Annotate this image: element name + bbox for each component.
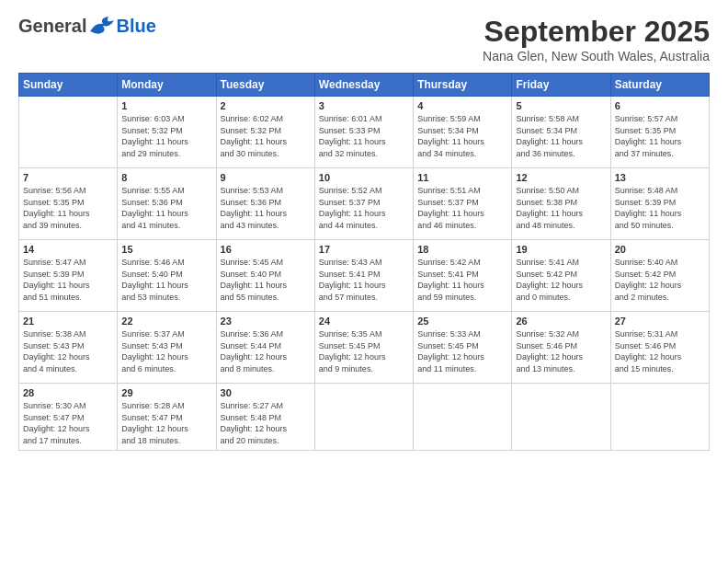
day-cell: 7Sunrise: 5:56 AM Sunset: 5:35 PM Daylig…	[19, 168, 118, 240]
day-info: Sunrise: 5:56 AM Sunset: 5:35 PM Dayligh…	[23, 185, 113, 231]
day-number: 30	[221, 387, 311, 398]
day-number: 23	[221, 316, 311, 327]
day-info: Sunrise: 5:46 AM Sunset: 5:40 PM Dayligh…	[121, 257, 211, 303]
day-cell: 26Sunrise: 5:32 AM Sunset: 5:46 PM Dayli…	[512, 312, 610, 384]
day-cell: 21Sunrise: 5:38 AM Sunset: 5:43 PM Dayli…	[19, 312, 118, 384]
day-number: 18	[417, 244, 507, 255]
day-cell: 22Sunrise: 5:37 AM Sunset: 5:43 PM Dayli…	[118, 312, 216, 384]
day-number: 10	[319, 172, 409, 183]
day-info: Sunrise: 5:57 AM Sunset: 5:35 PM Dayligh…	[615, 113, 705, 159]
week-row-2: 7Sunrise: 5:56 AM Sunset: 5:35 PM Daylig…	[19, 168, 710, 240]
day-cell: 4Sunrise: 5:59 AM Sunset: 5:34 PM Daylig…	[414, 97, 512, 168]
day-cell	[512, 384, 610, 451]
day-info: Sunrise: 5:42 AM Sunset: 5:41 PM Dayligh…	[417, 257, 507, 303]
day-cell	[610, 384, 709, 451]
day-cell: 28Sunrise: 5:30 AM Sunset: 5:47 PM Dayli…	[19, 384, 118, 451]
day-cell: 3Sunrise: 6:01 AM Sunset: 5:33 PM Daylig…	[314, 97, 413, 168]
day-number: 28	[23, 387, 113, 398]
logo-bird-icon	[88, 15, 116, 37]
day-number: 9	[221, 172, 311, 183]
day-number: 11	[417, 172, 507, 183]
day-info: Sunrise: 5:58 AM Sunset: 5:34 PM Dayligh…	[516, 113, 606, 159]
day-cell: 10Sunrise: 5:52 AM Sunset: 5:37 PM Dayli…	[314, 168, 413, 240]
week-row-3: 14Sunrise: 5:47 AM Sunset: 5:39 PM Dayli…	[19, 240, 710, 312]
logo: General Blue	[18, 15, 156, 37]
day-number: 13	[615, 172, 705, 183]
weekday-wednesday: Wednesday	[314, 74, 413, 97]
day-info: Sunrise: 5:41 AM Sunset: 5:42 PM Dayligh…	[516, 257, 606, 303]
day-info: Sunrise: 5:52 AM Sunset: 5:37 PM Dayligh…	[319, 185, 409, 231]
day-cell: 2Sunrise: 6:02 AM Sunset: 5:32 PM Daylig…	[216, 97, 314, 168]
day-number: 3	[319, 100, 409, 111]
day-cell: 13Sunrise: 5:48 AM Sunset: 5:39 PM Dayli…	[610, 168, 709, 240]
weekday-sunday: Sunday	[19, 74, 118, 97]
day-cell: 16Sunrise: 5:45 AM Sunset: 5:40 PM Dayli…	[216, 240, 314, 312]
day-cell: 9Sunrise: 5:53 AM Sunset: 5:36 PM Daylig…	[216, 168, 314, 240]
day-number: 25	[417, 316, 507, 327]
day-info: Sunrise: 5:59 AM Sunset: 5:34 PM Dayligh…	[417, 113, 507, 159]
day-info: Sunrise: 5:48 AM Sunset: 5:39 PM Dayligh…	[615, 185, 705, 231]
day-number: 7	[23, 172, 113, 183]
day-cell: 12Sunrise: 5:50 AM Sunset: 5:38 PM Dayli…	[512, 168, 610, 240]
week-row-5: 28Sunrise: 5:30 AM Sunset: 5:47 PM Dayli…	[19, 384, 710, 451]
weekday-friday: Friday	[512, 74, 610, 97]
day-cell: 25Sunrise: 5:33 AM Sunset: 5:45 PM Dayli…	[414, 312, 512, 384]
calendar-table: SundayMondayTuesdayWednesdayThursdayFrid…	[18, 73, 710, 451]
week-row-1: 1Sunrise: 6:03 AM Sunset: 5:32 PM Daylig…	[19, 97, 710, 168]
day-number: 27	[615, 316, 705, 327]
day-cell	[414, 384, 512, 451]
day-cell: 19Sunrise: 5:41 AM Sunset: 5:42 PM Dayli…	[512, 240, 610, 312]
title-section: September 2025 Nana Glen, New South Wale…	[483, 15, 710, 63]
day-number: 19	[516, 244, 606, 255]
day-number: 17	[319, 244, 409, 255]
day-number: 22	[121, 316, 211, 327]
day-info: Sunrise: 5:53 AM Sunset: 5:36 PM Dayligh…	[221, 185, 311, 231]
day-number: 16	[221, 244, 311, 255]
day-info: Sunrise: 6:01 AM Sunset: 5:33 PM Dayligh…	[319, 113, 409, 159]
day-cell: 30Sunrise: 5:27 AM Sunset: 5:48 PM Dayli…	[216, 384, 314, 451]
week-row-4: 21Sunrise: 5:38 AM Sunset: 5:43 PM Dayli…	[19, 312, 710, 384]
day-info: Sunrise: 6:03 AM Sunset: 5:32 PM Dayligh…	[121, 113, 211, 159]
day-cell: 14Sunrise: 5:47 AM Sunset: 5:39 PM Dayli…	[19, 240, 118, 312]
day-cell: 27Sunrise: 5:31 AM Sunset: 5:46 PM Dayli…	[610, 312, 709, 384]
day-number: 14	[23, 244, 113, 255]
month-title: September 2025	[483, 15, 710, 49]
weekday-monday: Monday	[118, 74, 216, 97]
day-info: Sunrise: 5:45 AM Sunset: 5:40 PM Dayligh…	[221, 257, 311, 303]
day-number: 24	[319, 316, 409, 327]
day-number: 8	[121, 172, 211, 183]
day-number: 20	[615, 244, 705, 255]
day-cell: 11Sunrise: 5:51 AM Sunset: 5:37 PM Dayli…	[414, 168, 512, 240]
day-number: 6	[615, 100, 705, 111]
day-info: Sunrise: 5:43 AM Sunset: 5:41 PM Dayligh…	[319, 257, 409, 303]
day-cell	[19, 97, 118, 168]
day-cell: 17Sunrise: 5:43 AM Sunset: 5:41 PM Dayli…	[314, 240, 413, 312]
calendar-header: General Blue September 2025 Nana Glen, N…	[18, 15, 710, 63]
day-info: Sunrise: 5:30 AM Sunset: 5:47 PM Dayligh…	[23, 400, 113, 446]
day-number: 26	[516, 316, 606, 327]
day-info: Sunrise: 5:50 AM Sunset: 5:38 PM Dayligh…	[516, 185, 606, 231]
day-info: Sunrise: 5:31 AM Sunset: 5:46 PM Dayligh…	[615, 328, 705, 374]
day-cell: 1Sunrise: 6:03 AM Sunset: 5:32 PM Daylig…	[118, 97, 216, 168]
weekday-header-row: SundayMondayTuesdayWednesdayThursdayFrid…	[19, 74, 710, 97]
day-info: Sunrise: 6:02 AM Sunset: 5:32 PM Dayligh…	[221, 113, 311, 159]
day-info: Sunrise: 5:27 AM Sunset: 5:48 PM Dayligh…	[221, 400, 311, 446]
day-info: Sunrise: 5:47 AM Sunset: 5:39 PM Dayligh…	[23, 257, 113, 303]
day-info: Sunrise: 5:36 AM Sunset: 5:44 PM Dayligh…	[221, 328, 311, 374]
day-info: Sunrise: 5:55 AM Sunset: 5:36 PM Dayligh…	[121, 185, 211, 231]
day-number: 5	[516, 100, 606, 111]
day-cell: 5Sunrise: 5:58 AM Sunset: 5:34 PM Daylig…	[512, 97, 610, 168]
day-cell: 23Sunrise: 5:36 AM Sunset: 5:44 PM Dayli…	[216, 312, 314, 384]
day-number: 2	[221, 100, 311, 111]
day-cell: 24Sunrise: 5:35 AM Sunset: 5:45 PM Dayli…	[314, 312, 413, 384]
day-number: 21	[23, 316, 113, 327]
day-info: Sunrise: 5:28 AM Sunset: 5:47 PM Dayligh…	[121, 400, 211, 446]
day-cell	[314, 384, 413, 451]
logo-general: General	[18, 16, 86, 37]
location: Nana Glen, New South Wales, Australia	[483, 49, 710, 63]
day-info: Sunrise: 5:35 AM Sunset: 5:45 PM Dayligh…	[319, 328, 409, 374]
day-number: 1	[121, 100, 211, 111]
day-cell: 20Sunrise: 5:40 AM Sunset: 5:42 PM Dayli…	[610, 240, 709, 312]
logo-blue: Blue	[116, 16, 155, 37]
day-number: 15	[121, 244, 211, 255]
